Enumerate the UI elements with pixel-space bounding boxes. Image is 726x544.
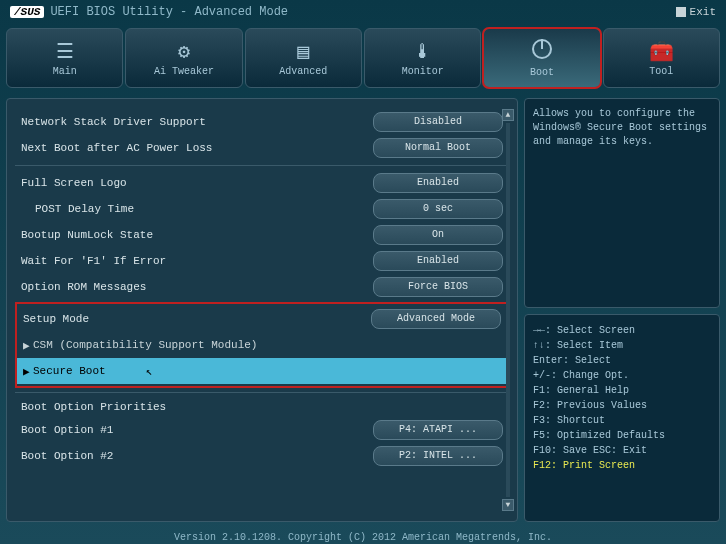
value-button[interactable]: On xyxy=(373,225,503,245)
value-button[interactable]: P2: INTEL ... xyxy=(373,446,503,466)
scroll-down-icon[interactable]: ▼ xyxy=(502,499,514,511)
setting-row-boot-opt-2[interactable]: Boot Option #2P2: INTEL ... xyxy=(15,443,509,469)
key-hint: F2: Previous Values xyxy=(533,398,711,413)
setting-row[interactable]: Bootup NumLock StateOn xyxy=(15,222,509,248)
key-hint: Enter: Select xyxy=(533,353,711,368)
submenu-secure-boot[interactable]: ▶Secure Boot↖ xyxy=(17,358,507,384)
setting-row[interactable]: POST Delay Time0 sec xyxy=(15,196,509,222)
gear-icon: ⚙ xyxy=(178,39,190,64)
value-button[interactable]: Force BIOS xyxy=(373,277,503,297)
power-icon xyxy=(532,39,552,65)
setting-row-boot-opt-1[interactable]: Boot Option #1P4: ATAPI ... xyxy=(15,417,509,443)
value-button[interactable]: Normal Boot xyxy=(373,138,503,158)
value-button[interactable]: Enabled xyxy=(373,251,503,271)
tab-ai-tweaker[interactable]: ⚙Ai Tweaker xyxy=(125,28,242,88)
app-title: UEFI BIOS Utility - Advanced Mode xyxy=(50,5,288,19)
setting-row[interactable]: Option ROM MessagesForce BIOS xyxy=(15,274,509,300)
thermometer-icon: 🌡 xyxy=(413,40,433,64)
exit-button[interactable]: Exit xyxy=(676,6,716,18)
value-button[interactable]: Advanced Mode xyxy=(371,309,501,329)
tab-boot[interactable]: Boot xyxy=(483,28,600,88)
value-button[interactable]: P4: ATAPI ... xyxy=(373,420,503,440)
tab-main[interactable]: ☰Main xyxy=(6,28,123,88)
key-hint: F5: Optimized Defaults xyxy=(533,428,711,443)
exit-icon xyxy=(676,7,686,17)
chevron-right-icon: ▶ xyxy=(23,339,33,352)
key-hint-highlight: F12: Print Screen xyxy=(533,458,711,473)
divider xyxy=(15,392,509,393)
help-text-box: Allows you to configure the Windows® Sec… xyxy=(524,98,720,308)
key-hint: F10: Save ESC: Exit xyxy=(533,443,711,458)
value-button[interactable]: Enabled xyxy=(373,173,503,193)
cursor-icon: ↖ xyxy=(146,365,153,378)
key-hint: ↑↓: Select Item xyxy=(533,338,711,353)
setting-row[interactable]: Full Screen LogoEnabled xyxy=(15,170,509,196)
chip-icon: ▤ xyxy=(297,39,309,64)
scroll-up-icon[interactable]: ▲ xyxy=(502,109,514,121)
brand-badge: /SUS xyxy=(10,6,44,18)
divider xyxy=(15,165,509,166)
exit-label: Exit xyxy=(690,6,716,18)
brand-logo: /SUS UEFI BIOS Utility - Advanced Mode xyxy=(10,5,288,19)
settings-panel: Network Stack Driver SupportDisabled Nex… xyxy=(6,98,518,522)
header-bar: /SUS UEFI BIOS Utility - Advanced Mode E… xyxy=(0,0,726,24)
key-hint: F3: Shortcut xyxy=(533,413,711,428)
toolbox-icon: 🧰 xyxy=(649,39,674,64)
scrollbar[interactable]: ▲ ▼ xyxy=(501,109,515,511)
highlighted-section: Setup ModeAdvanced Mode ▶CSM (Compatibil… xyxy=(15,302,509,388)
chevron-right-icon: ▶ xyxy=(23,365,33,378)
tab-tool[interactable]: 🧰Tool xyxy=(603,28,720,88)
list-icon: ☰ xyxy=(56,39,74,64)
value-button[interactable]: Disabled xyxy=(373,112,503,132)
footer-text: Version 2.10.1208. Copyright (C) 2012 Am… xyxy=(0,528,726,544)
tab-advanced[interactable]: ▤Advanced xyxy=(245,28,362,88)
tab-monitor[interactable]: 🌡Monitor xyxy=(364,28,481,88)
key-hint: →←: Select Screen xyxy=(533,323,711,338)
scroll-track[interactable] xyxy=(506,123,510,497)
value-button[interactable]: 0 sec xyxy=(373,199,503,219)
boot-priorities-title: Boot Option Priorities xyxy=(15,397,509,417)
key-hints-box: →←: Select Screen ↑↓: Select Item Enter:… xyxy=(524,314,720,522)
tab-bar: ☰Main ⚙Ai Tweaker ▤Advanced 🌡Monitor Boo… xyxy=(0,24,726,92)
submenu-csm[interactable]: ▶CSM (Compatibility Support Module) xyxy=(17,332,507,358)
key-hint: +/-: Change Opt. xyxy=(533,368,711,383)
setting-row[interactable]: Next Boot after AC Power LossNormal Boot xyxy=(15,135,509,161)
setting-row[interactable]: Wait For 'F1' If ErrorEnabled xyxy=(15,248,509,274)
setting-row[interactable]: Network Stack Driver SupportDisabled xyxy=(15,109,509,135)
setting-row-setup-mode[interactable]: Setup ModeAdvanced Mode xyxy=(17,306,507,332)
key-hint: F1: General Help xyxy=(533,383,711,398)
